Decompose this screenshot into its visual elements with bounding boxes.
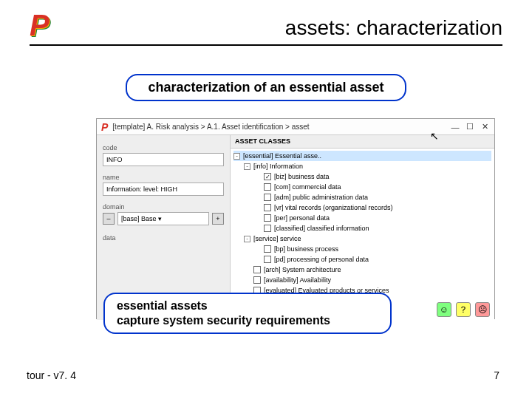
- tree-row[interactable]: -[info] Information: [233, 161, 491, 171]
- code-input[interactable]: INFO: [103, 153, 224, 166]
- tree-label: [com] commercial data: [274, 183, 341, 191]
- tree-label: [info] Information: [253, 163, 303, 170]
- checkbox[interactable]: [264, 225, 271, 232]
- callout-bottom-l1: essential assets: [117, 299, 378, 313]
- rate-happy-button[interactable]: ☺: [437, 302, 451, 317]
- code-value: INFO: [106, 156, 123, 163]
- app-window: P [template] A. Risk analysis > A.1. Ass…: [96, 118, 495, 319]
- tree-label: [adm] public administration data: [274, 194, 368, 201]
- p-logo-icon: PPP: [30, 10, 50, 40]
- app-footer: ☺ ？ ☹: [437, 302, 490, 317]
- checkbox[interactable]: [264, 183, 271, 191]
- header: PPP assets: characterization: [30, 13, 502, 46]
- tree-label: [per] personal data: [274, 214, 330, 222]
- code-label: code: [103, 144, 224, 151]
- callout-top: characterization of an essential asset: [126, 74, 406, 101]
- titlebar: P [template] A. Risk analysis > A.1. Ass…: [97, 119, 494, 135]
- rate-neutral-button[interactable]: ？: [456, 302, 471, 317]
- tree-label: [biz] business data: [274, 173, 330, 180]
- name-input[interactable]: Information: level: HIGH: [103, 183, 224, 196]
- collapse-icon[interactable]: -: [244, 163, 250, 170]
- tree-row[interactable]: [per] personal data: [233, 213, 491, 223]
- name-value: Information: level: HIGH: [106, 185, 177, 193]
- domain-remove-button[interactable]: –: [103, 213, 115, 225]
- tree-label: [bp] business process: [274, 245, 338, 253]
- tree-row[interactable]: [biz] business data: [233, 171, 491, 182]
- checkbox[interactable]: [264, 173, 271, 180]
- maximize-button[interactable]: ☐: [465, 122, 475, 132]
- tree-row[interactable]: [com] commercial data: [233, 182, 491, 192]
- tree-label: [classified] classified information: [274, 225, 369, 232]
- tree-row[interactable]: [vr] vital records (organizational recor…: [233, 202, 491, 213]
- checkbox[interactable]: [253, 276, 261, 284]
- rate-sad-button[interactable]: ☹: [475, 302, 490, 317]
- tree-label: [availability] Availability: [264, 276, 331, 284]
- tree-label: [service] service: [253, 235, 301, 242]
- checkbox[interactable]: [264, 245, 271, 253]
- tree-row[interactable]: [arch] System architecture: [233, 265, 491, 275]
- minimize-button[interactable]: —: [450, 122, 460, 132]
- window-title: [template] A. Risk analysis > A.1. Asset…: [112, 123, 446, 131]
- app-p-icon: P: [101, 121, 108, 133]
- tree-row[interactable]: [adm] public administration data: [233, 192, 491, 202]
- title-divider: [30, 44, 502, 46]
- tree-label: [pd] processing of personal data: [274, 256, 369, 263]
- slide: PPP assets: characterization characteriz…: [0, 0, 532, 399]
- tree-row[interactable]: -[service] service: [233, 233, 491, 244]
- name-label: name: [103, 174, 224, 181]
- domain-label: domain: [103, 203, 224, 211]
- footer-version: tour - v7. 4: [27, 369, 76, 381]
- page-title: assets: characterization: [30, 16, 502, 40]
- tree-row[interactable]: -[essential] Essential asse..: [233, 151, 491, 161]
- checkbox[interactable]: [264, 194, 271, 201]
- tree-row[interactable]: [pd] processing of personal data: [233, 254, 491, 265]
- checkbox[interactable]: [264, 256, 271, 263]
- domain-add-button[interactable]: +: [212, 213, 224, 225]
- collapse-icon[interactable]: -: [233, 153, 240, 160]
- data-label: data: [103, 234, 224, 242]
- callout-bottom-l2: capture system security requirements: [117, 313, 378, 328]
- close-button[interactable]: ✕: [480, 122, 490, 132]
- domain-select[interactable]: [base] Base ▾: [117, 212, 209, 225]
- tree-row[interactable]: [classified] classified information: [233, 223, 491, 233]
- tree-label: [vr] vital records (organizational recor…: [274, 204, 393, 211]
- tree-label: [arch] System architecture: [264, 266, 341, 273]
- asset-classes-header: ASSET CLASSES: [231, 135, 494, 149]
- tree-row[interactable]: [availability] Availability: [233, 275, 491, 285]
- checkbox[interactable]: [253, 266, 261, 273]
- tree-row[interactable]: [bp] business process: [233, 244, 491, 254]
- domain-value: [base] Base: [121, 215, 157, 222]
- callout-bottom: essential assets capture system security…: [103, 293, 392, 334]
- collapse-icon[interactable]: -: [244, 236, 250, 242]
- tree-label: [essential] Essential asse..: [243, 152, 321, 160]
- checkbox[interactable]: [264, 214, 271, 222]
- checkbox[interactable]: [264, 204, 271, 211]
- page-number: 7: [494, 369, 499, 381]
